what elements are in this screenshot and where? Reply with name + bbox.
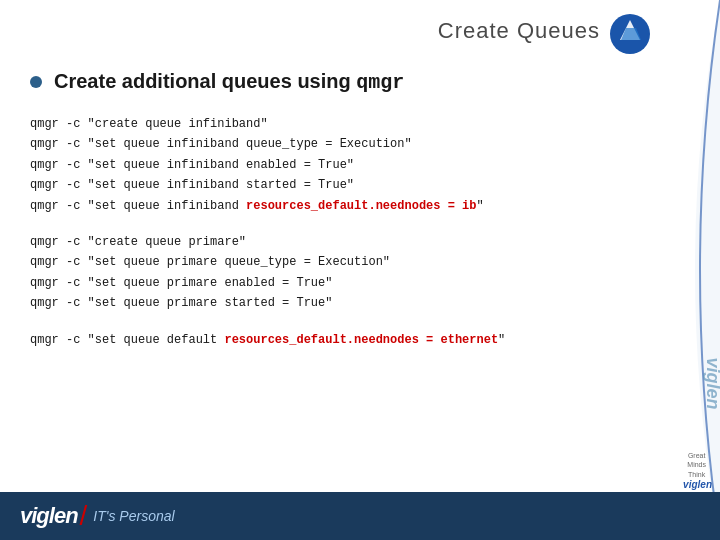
- slide-title: Create Queues: [438, 18, 600, 44]
- highlight-text: resources_default.neednodes = ib: [246, 199, 476, 213]
- side-viglen-watermark: viglen: [702, 357, 721, 409]
- code-block-default: qmgr -c "set queue default resources_def…: [30, 330, 650, 350]
- bullet-item: Create additional queues using qmgr: [30, 70, 650, 94]
- bottom-viglen-text: viglen: [20, 503, 78, 529]
- bottom-tagline: IT's Personal: [93, 508, 174, 524]
- code-block-primare: qmgr -c "create queue primare" qmgr -c "…: [30, 232, 650, 314]
- top-logo-area: [608, 12, 652, 56]
- bottom-slash: /: [80, 500, 88, 532]
- bullet-text: Create additional queues using qmgr: [54, 70, 404, 94]
- code-line: qmgr -c "create queue infiniband": [30, 114, 650, 134]
- main-content: Create additional queues using qmgr qmgr…: [30, 70, 650, 366]
- code-block-infiniband: qmgr -c "create queue infiniband" qmgr -…: [30, 114, 650, 216]
- bullet-dot-icon: [30, 76, 42, 88]
- code-line: qmgr -c "set queue default resources_def…: [30, 330, 650, 350]
- code-line: qmgr -c "set queue infiniband started = …: [30, 175, 650, 195]
- bottom-logo: viglen / IT's Personal: [20, 500, 175, 532]
- code-line: qmgr -c "set queue primare queue_type = …: [30, 252, 650, 272]
- code-line: qmgr -c "set queue infiniband queue_type…: [30, 134, 650, 154]
- code-line: qmgr -c "set queue primare started = Tru…: [30, 293, 650, 313]
- code-line: qmgr -c "set queue infiniband enabled = …: [30, 155, 650, 175]
- bottom-bar: viglen / IT's Personal: [0, 492, 720, 540]
- great-minds-text: Great Minds Think: [687, 451, 706, 480]
- bullet-label: Create additional queues using: [54, 70, 356, 92]
- bullet-code: qmgr: [356, 71, 404, 94]
- highlight-text-ethernet: resources_default.neednodes = ethernet: [224, 333, 498, 347]
- code-line: qmgr -c "create queue primare": [30, 232, 650, 252]
- code-line: qmgr -c "set queue primare enabled = Tru…: [30, 273, 650, 293]
- viglen-bottom-right-brand: viglen: [683, 479, 712, 490]
- slide-title-text: Create Queues: [438, 18, 600, 43]
- code-line: qmgr -c "set queue infiniband resources_…: [30, 196, 650, 216]
- viglen-logo-icon: [608, 12, 652, 56]
